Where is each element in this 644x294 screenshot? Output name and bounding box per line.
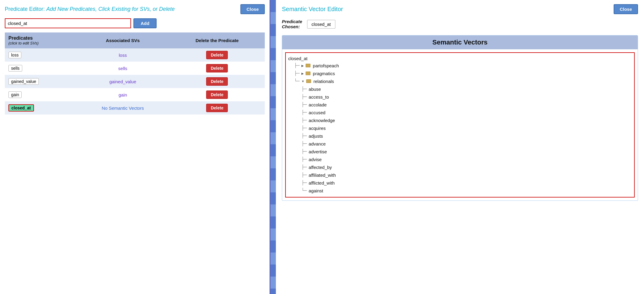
predicate-tag[interactable]: gained_value <box>8 78 39 85</box>
tree-item-label: pragmatics <box>313 71 335 76</box>
predicate-tag-cell: closed_at <box>5 101 76 115</box>
predicate-tag[interactable]: gain <box>8 91 22 98</box>
tree-connector: ├─ <box>301 141 307 146</box>
sv-cell: gained_value <box>76 75 169 88</box>
table-row: losslossDelete <box>5 48 265 62</box>
sv-tree-container[interactable]: closed_at ├─▶partofspeach├─▶pragmatics└─… <box>285 52 635 198</box>
tree-leaf-item[interactable]: ├─afflicted_with <box>288 179 632 187</box>
tree-leaf-item[interactable]: ├─adjusts <box>288 132 632 140</box>
sv-value: No Semantic Vectors <box>80 106 166 111</box>
predicate-tag-cell: loss <box>5 48 76 62</box>
sv-tree-body: ├─▶partofspeach├─▶pragmatics└─▼relationa… <box>288 62 632 194</box>
tree-connector: ├─ <box>301 149 307 154</box>
tree-expand-icon[interactable]: ▼ <box>301 80 304 83</box>
predicate-chosen-label: PredicateChosen: <box>282 19 302 29</box>
left-title-italic: Add New Predicates, Click Existing for S… <box>46 6 175 12</box>
tree-leaf-item[interactable]: ├─accolade <box>288 101 632 109</box>
panel-divider <box>270 0 276 294</box>
predicate-tag-cell: sells <box>5 62 76 75</box>
sv-cell: sells <box>76 62 169 75</box>
tree-leaf-item[interactable]: ├─affected_by <box>288 163 632 171</box>
delete-button[interactable]: Delete <box>206 104 228 112</box>
tree-connector: ├─ <box>301 164 307 170</box>
delete-button[interactable]: Delete <box>206 90 228 99</box>
sv-value[interactable]: loss <box>80 53 166 58</box>
tree-item-label: accolade <box>309 102 327 107</box>
tree-item-label: advance <box>309 141 326 146</box>
tree-item-label: abuse <box>309 87 321 92</box>
tree-connector: ├─ <box>301 86 307 92</box>
delete-button[interactable]: Delete <box>206 51 228 59</box>
table-row: gained_valuegained_valueDelete <box>5 75 265 88</box>
left-title-static: Predicate Editor: <box>5 6 46 12</box>
tree-leaf-item[interactable]: ├─abuse <box>288 85 632 93</box>
tree-connector: ├─ <box>301 125 307 131</box>
predicate-tag[interactable]: closed_at <box>8 104 34 112</box>
tree-expand-icon[interactable]: ▶ <box>301 64 304 67</box>
delete-button[interactable]: Delete <box>206 64 228 72</box>
delete-cell: Delete <box>169 62 265 75</box>
delete-cell: Delete <box>169 88 265 101</box>
tree-folder-item[interactable]: ├─▶pragmatics <box>288 69 632 77</box>
sv-value[interactable]: sells <box>80 66 166 71</box>
table-row: closed_atNo Semantic VectorsDelete <box>5 101 265 115</box>
predicate-chosen-row: PredicateChosen: closed_at <box>282 19 638 29</box>
delete-button[interactable]: Delete <box>206 77 228 86</box>
tree-connector: └─ <box>301 188 307 193</box>
tree-connector: ├─ <box>301 157 307 162</box>
sv-cell: loss <box>76 48 169 62</box>
left-panel: Predicate Editor: Add New Predicates, Cl… <box>0 0 270 294</box>
tree-leaf-item[interactable]: ├─acquires <box>288 124 632 132</box>
tree-connector: ├─ <box>301 180 307 185</box>
tree-leaf-item[interactable]: ├─access_to <box>288 93 632 101</box>
tree-expand-icon[interactable]: ▶ <box>301 72 304 75</box>
tree-leaf-item[interactable]: ├─accused <box>288 109 632 116</box>
tree-connector: ├─ <box>301 133 307 139</box>
folder-icon <box>306 72 310 75</box>
add-button[interactable]: Add <box>133 18 157 28</box>
tree-leaf-item[interactable]: ├─advance <box>288 140 632 148</box>
tree-item-label: partofspeach <box>313 63 339 68</box>
left-title: Predicate Editor: Add New Predicates, Cl… <box>5 6 175 12</box>
tree-item-label: affected_by <box>309 165 332 170</box>
add-row: Add <box>5 18 265 28</box>
tree-connector: ├─ <box>294 63 300 68</box>
tree-leaf-item[interactable]: ├─acknowledge <box>288 116 632 124</box>
tree-folder-item[interactable]: └─▼relationals <box>288 77 632 85</box>
predicates-table: Predicates (click to edit SVs) Associate… <box>5 32 265 115</box>
tree-leaf-item[interactable]: └─against <box>288 187 632 194</box>
right-panel: Semantic Vector Editor Close PredicateCh… <box>276 0 644 294</box>
tree-folder-item[interactable]: ├─▶partofspeach <box>288 62 632 69</box>
tree-leaf-item[interactable]: ├─advise <box>288 155 632 163</box>
sv-tree-root: closed_at <box>288 55 632 62</box>
right-header: Semantic Vector Editor Close <box>282 4 638 14</box>
tree-connector: ├─ <box>301 110 307 115</box>
table-row: gaingainDelete <box>5 88 265 101</box>
sv-value[interactable]: gain <box>80 92 166 97</box>
tree-item-label: acknowledge <box>309 118 335 123</box>
folder-icon <box>306 64 310 67</box>
tree-item-label: advise <box>309 157 322 162</box>
predicate-tag[interactable]: sells <box>8 65 22 72</box>
predicate-input[interactable] <box>5 18 131 28</box>
delete-col-header: Delete the Predicate <box>169 32 265 48</box>
folder-icon <box>306 79 311 83</box>
tree-item-label: afflicted_with <box>309 180 334 185</box>
delete-cell: Delete <box>169 101 265 115</box>
delete-cell: Delete <box>169 75 265 88</box>
sv-cell: No Semantic Vectors <box>76 101 169 115</box>
predicate-tag-cell: gain <box>5 88 76 101</box>
tree-item-label: against <box>309 188 323 193</box>
tree-leaf-item[interactable]: ├─affiliated_with <box>288 171 632 179</box>
sv-value[interactable]: gained_value <box>80 79 166 84</box>
tree-connector: ├─ <box>301 172 307 178</box>
tree-connector: ├─ <box>301 102 307 107</box>
predicate-tag[interactable]: loss <box>8 52 21 58</box>
tree-connector: ├─ <box>294 71 300 76</box>
left-close-button[interactable]: Close <box>240 4 265 14</box>
right-close-button[interactable]: Close <box>614 4 638 14</box>
right-title: Semantic Vector Editor <box>282 6 343 13</box>
tree-leaf-item[interactable]: ├─advertise <box>288 148 632 155</box>
tree-item-label: relationals <box>313 79 334 84</box>
tree-item-label: accused <box>309 110 325 115</box>
